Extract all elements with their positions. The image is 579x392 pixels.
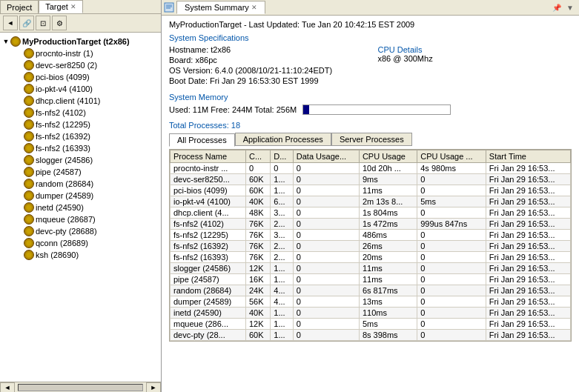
- tree-child-node[interactable]: mqueue (28687): [0, 213, 161, 225]
- tab-target[interactable]: Target ✕: [39, 0, 83, 13]
- list-item: pci-bios (4099): [36, 73, 90, 82]
- list-item: 1...: [271, 174, 294, 185]
- tree-root-node[interactable]: ▼ MyProductionTarget (t2x86): [0, 36, 161, 47]
- list-item: pci-bios (4099): [171, 185, 246, 196]
- scrollbar-track[interactable]: [18, 384, 143, 391]
- process-tab-0[interactable]: All Processes: [169, 133, 235, 147]
- tree-child-node[interactable]: devc-pty (28688): [0, 225, 161, 237]
- back-button[interactable]: ◄: [3, 16, 18, 30]
- list-item: 0: [293, 319, 359, 330]
- pin-icon[interactable]: 📌: [551, 1, 563, 13]
- horizontal-scrollbar[interactable]: ◄ ►: [0, 382, 161, 392]
- table-row[interactable]: dhcp.client (4...48K3...01s 804ms0Fri Ja…: [171, 207, 571, 219]
- list-item: slogger (24586): [36, 156, 93, 165]
- osversion-value: 6.4.0 (2008/10/21-11:10:24EDT): [215, 66, 332, 75]
- list-item: dumper (24589): [171, 296, 246, 308]
- tree-child-node[interactable]: devc-ser8250 (2): [0, 59, 161, 71]
- table-row[interactable]: slogger (24586)12K1...011ms0Fri Jan 29 1…: [171, 263, 571, 274]
- table-row[interactable]: pipe (24587)16K1...011ms0Fri Jan 29 16:5…: [171, 274, 571, 285]
- tree-child-node[interactable]: procnto-instr (1): [0, 47, 161, 59]
- child-gear-icon: [24, 238, 34, 248]
- tree-child-node[interactable]: dhcp.client (4101): [0, 95, 161, 107]
- tree-child-node[interactable]: pci-bios (4099): [0, 71, 161, 83]
- close-icon[interactable]: ✕: [70, 3, 76, 10]
- table-row[interactable]: devc-pty (28...60K1...08s 398ms0Fri Jan …: [171, 330, 571, 341]
- table-row[interactable]: fs-nfs2 (16392)76K2...026ms0Fri Jan 29 1…: [171, 241, 571, 252]
- scroll-left-button[interactable]: ◄: [0, 382, 15, 393]
- table-row[interactable]: fs-nfs2 (16393)76K2...020ms0Fri Jan 29 1…: [171, 252, 571, 263]
- list-item: 0: [417, 296, 486, 308]
- table-row[interactable]: fs-nfs2 (4102)76K2...01s 472ms999us 847n…: [171, 219, 571, 230]
- list-item: fs-nfs2 (16392): [36, 132, 90, 141]
- list-item: 0: [293, 207, 359, 219]
- tree-child-node[interactable]: fs-nfs2 (4102): [0, 107, 161, 119]
- list-item: 1...: [271, 274, 294, 285]
- child-gear-icon: [24, 107, 34, 118]
- process-table-header: Process NameC...D...Data Usage...CPU Usa…: [171, 150, 571, 163]
- table-row[interactable]: procnto-instr ...00010d 20h ...4s 980msF…: [171, 163, 571, 174]
- table-column-header[interactable]: D...: [271, 150, 294, 163]
- table-row[interactable]: mqueue (286...12K1...05ms0Fri Jan 29 16:…: [171, 319, 571, 330]
- child-gear-icon: [24, 214, 34, 225]
- tab-system-summary[interactable]: System Summary ✕: [176, 1, 265, 14]
- table-row[interactable]: io-pkt-v4 (4100)40K6...02m 13s 8...5msFr…: [171, 196, 571, 207]
- list-item: 0: [293, 241, 359, 252]
- process-tab-2[interactable]: Server Processes: [331, 133, 412, 146]
- list-item: 76K: [245, 230, 270, 241]
- child-gear-icon: [24, 190, 34, 201]
- menu-icon[interactable]: ▼: [564, 1, 576, 13]
- tree-child-node[interactable]: fs-nfs2 (12295): [0, 119, 161, 130]
- list-item: 3...: [271, 230, 294, 241]
- table-column-header[interactable]: CPU Usage ...: [417, 150, 486, 163]
- connect-button[interactable]: 🔗: [19, 16, 34, 30]
- tree-child-node[interactable]: fs-nfs2 (16392): [0, 130, 161, 142]
- target-button[interactable]: ⊡: [36, 16, 50, 30]
- table-row[interactable]: dumper (24589)56K4...013ms0Fri Jan 29 16…: [171, 296, 571, 308]
- list-item: 3...: [271, 207, 294, 219]
- memory-section: System Memory Used: 11M Free: 244M Total…: [169, 93, 572, 115]
- table-row[interactable]: qconn (28689)1...2...024s 614ms6msFri Ja…: [171, 341, 571, 342]
- list-item: mqueue (28687): [36, 215, 96, 224]
- table-row[interactable]: fs-nfs2 (12295)76K3...0486ms0Fri Jan 29 …: [171, 230, 571, 241]
- tree-child-node[interactable]: inetd (24590): [0, 202, 161, 213]
- list-item: 2...: [271, 252, 294, 263]
- hostname-label: Hostname:: [169, 45, 208, 54]
- table-row[interactable]: devc-ser8250...60K1...09ms0Fri Jan 29 16…: [171, 174, 571, 185]
- settings-button[interactable]: ⚙: [52, 16, 67, 30]
- target-tab-label: Target: [45, 2, 68, 11]
- table-column-header[interactable]: Process Name: [171, 150, 246, 163]
- system-specs-title: System Specifications: [169, 33, 572, 42]
- list-item: fs-nfs2 (12295): [36, 120, 90, 129]
- total-processes-label: Total Processes:: [169, 121, 229, 130]
- list-item: fs-nfs2 (12295): [171, 230, 246, 241]
- memory-bar: [302, 104, 451, 115]
- tree-child-node[interactable]: ksh (28690): [0, 249, 161, 261]
- list-item: 0: [417, 263, 486, 274]
- list-item: 0: [293, 341, 359, 342]
- tree-child-node[interactable]: random (28684): [0, 178, 161, 190]
- list-item: Fri Jan 29 16:53...: [486, 174, 570, 185]
- tree-child-node[interactable]: qconn (28689): [0, 237, 161, 249]
- list-item: 2m 13s 8...: [359, 196, 417, 207]
- table-column-header[interactable]: Start Time: [486, 150, 570, 163]
- tree-child-node[interactable]: pipe (24587): [0, 166, 161, 178]
- list-item: fs-nfs2 (16393): [171, 252, 246, 263]
- table-column-header[interactable]: Data Usage...: [293, 150, 359, 163]
- list-item: 1s 472ms: [359, 219, 417, 230]
- tree-child-node[interactable]: dumper (24589): [0, 190, 161, 202]
- table-column-header[interactable]: C...: [245, 150, 270, 163]
- table-column-header[interactable]: CPU Usage: [359, 150, 417, 163]
- tab-project[interactable]: Project: [0, 0, 39, 13]
- close-tab-icon[interactable]: ✕: [251, 4, 257, 11]
- table-row[interactable]: random (28684)24K4...06s 817ms0Fri Jan 2…: [171, 285, 571, 296]
- list-item: qconn (28689): [171, 341, 246, 342]
- process-tab-1[interactable]: Application Processes: [235, 133, 331, 146]
- table-row[interactable]: pci-bios (4099)60K1...011ms0Fri Jan 29 1…: [171, 185, 571, 196]
- tree-child-node[interactable]: io-pkt-v4 (4100): [0, 83, 161, 95]
- table-row[interactable]: inetd (24590)40K1...0110ms0Fri Jan 29 16…: [171, 308, 571, 319]
- tree-child-node[interactable]: slogger (24586): [0, 154, 161, 166]
- expand-icon[interactable]: ▼: [1, 38, 10, 45]
- tree-child-node[interactable]: fs-nfs2 (16393): [0, 142, 161, 154]
- scroll-right-button[interactable]: ►: [146, 382, 161, 393]
- list-item: 8s 398ms: [359, 330, 417, 341]
